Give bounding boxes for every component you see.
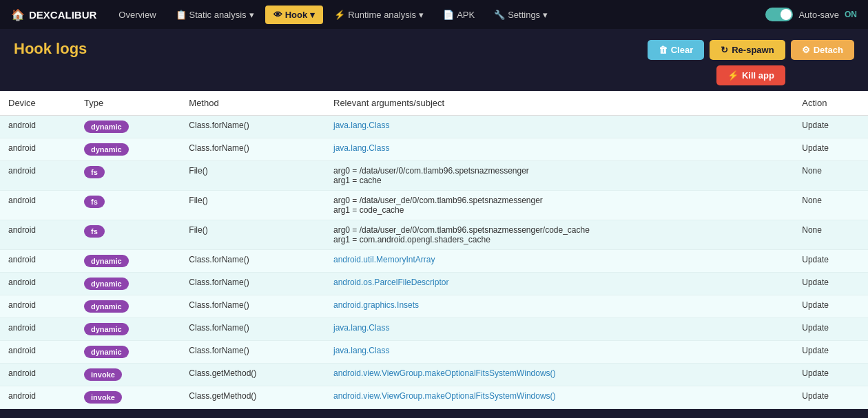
cell-action: Update [794, 273, 868, 295]
cell-action: Update [794, 116, 868, 138]
file-icon: 📄 [443, 10, 454, 20]
cell-device: android [0, 295, 76, 318]
cell-method: Class.forName() [180, 273, 325, 295]
cell-args[interactable]: android.view.ViewGroup.makeOptionalFitsS… [325, 386, 794, 409]
cell-type: dynamic [76, 116, 180, 138]
table-row: androidfsFile()arg0 = /data/user_de/0/co… [0, 220, 868, 250]
detach-icon: ⚙ [802, 45, 810, 55]
cell-action: Update [794, 295, 868, 318]
col-type: Type [76, 91, 180, 116]
static-dropdown-icon: ▾ [249, 10, 254, 20]
cell-type: invoke [76, 364, 180, 386]
page-header: Hook logs 🗑 Clear ↻ Re-spawn ⚙ Detach ⚡ … [0, 29, 868, 91]
nav-static-analysis[interactable]: 📋 Static analysis ▾ [167, 6, 262, 24]
detach-button[interactable]: ⚙ Detach [791, 40, 854, 60]
cell-action: Update [794, 364, 868, 386]
cell-device: android [0, 341, 76, 364]
cell-args[interactable]: android.graphics.Insets [325, 295, 794, 318]
cell-device: android [0, 116, 76, 138]
cell-method: Class.forName() [180, 116, 325, 138]
bolt-icon: ⚡ [334, 10, 345, 20]
cell-action: Update [794, 250, 868, 273]
cell-type: invoke [76, 386, 180, 409]
type-badge: dynamic [84, 323, 129, 335]
type-badge: dynamic [84, 346, 129, 358]
settings-dropdown-icon: ▾ [543, 10, 548, 20]
col-device: Device [0, 91, 76, 116]
table-row: androiddynamicClass.forName()android.gra… [0, 295, 868, 318]
cell-device: android [0, 318, 76, 341]
nav-overview[interactable]: Overview [110, 6, 164, 24]
cell-method: Class.forName() [180, 318, 325, 341]
cell-args[interactable]: android.os.ParcelFileDescriptor [325, 273, 794, 295]
cell-type: dynamic [76, 138, 180, 161]
cell-method: File() [180, 191, 325, 220]
bolt-kill-icon: ⚡ [727, 70, 738, 81]
nav-hook[interactable]: 👁 Hook ▾ [265, 6, 324, 24]
detach-label: Detach [814, 45, 843, 55]
hook-dropdown-icon: ▾ [310, 10, 315, 20]
type-badge: dynamic [84, 255, 129, 267]
cell-type: fs [76, 220, 180, 250]
autosave-on-label: ON [845, 10, 857, 19]
cell-args[interactable]: java.lang.Class [325, 138, 794, 161]
type-badge: invoke [84, 391, 122, 404]
nav-apk[interactable]: 📄 APK [435, 6, 483, 24]
table-row: androidfsFile()arg0 = /data/user/0/com.t… [0, 161, 868, 191]
cell-device: android [0, 364, 76, 386]
cell-action: None [794, 161, 868, 191]
cell-action: Update [794, 138, 868, 161]
cell-type: dynamic [76, 318, 180, 341]
cell-device: android [0, 386, 76, 409]
header-actions: 🗑 Clear ↻ Re-spawn ⚙ Detach ⚡ Kill app [648, 40, 854, 85]
table-row: androidinvokeClass.getMethod()android.vi… [0, 386, 868, 409]
cell-args[interactable]: java.lang.Class [325, 116, 794, 138]
nav-hook-label: Hook [285, 10, 308, 20]
layers-icon: 📋 [176, 10, 187, 20]
cell-args[interactable]: java.lang.Class [325, 318, 794, 341]
cell-method: File() [180, 220, 325, 250]
cell-args[interactable]: android.view.ViewGroup.makeOptionalFitsS… [325, 364, 794, 386]
refresh-icon: ↻ [721, 45, 728, 55]
clear-label: Clear [671, 45, 694, 55]
type-badge: dynamic [84, 300, 129, 313]
cell-method: Class.forName() [180, 295, 325, 318]
cell-action: Update [794, 341, 868, 364]
type-badge: dynamic [84, 143, 129, 156]
wrench-icon: 🔧 [494, 10, 505, 20]
clear-button[interactable]: 🗑 Clear [648, 40, 705, 60]
nav-overview-label: Overview [118, 10, 156, 20]
col-action: Action [794, 91, 868, 116]
cell-device: android [0, 138, 76, 161]
cell-type: dynamic [76, 295, 180, 318]
actions-row1: 🗑 Clear ↻ Re-spawn ⚙ Detach [648, 40, 854, 60]
type-badge: dynamic [84, 278, 129, 290]
type-badge: fs [84, 166, 105, 178]
cell-type: dynamic [76, 250, 180, 273]
respawn-button[interactable]: ↻ Re-spawn [710, 40, 785, 60]
cell-action: Update [794, 386, 868, 409]
kill-button[interactable]: ⚡ Kill app [716, 65, 785, 85]
cell-args: arg0 = /data/user_de/0/com.tlamb96.spets… [325, 191, 794, 220]
table-row: androidfsFile()arg0 = /data/user_de/0/co… [0, 191, 868, 220]
autosave-toggle[interactable] [765, 8, 793, 21]
autosave-container: Auto-save ON [765, 8, 857, 21]
type-badge: fs [84, 225, 105, 238]
brand[interactable]: 🏠 DEXCALIBUR [11, 8, 96, 21]
cell-type: dynamic [76, 341, 180, 364]
table-row: androiddynamicClass.forName()android.os.… [0, 273, 868, 295]
type-badge: invoke [84, 368, 122, 381]
table-row: androiddynamicClass.forName()android.uti… [0, 250, 868, 273]
kill-label: Kill app [742, 70, 774, 81]
table-row: androiddynamicClass.forName()java.lang.C… [0, 116, 868, 138]
nav-runtime[interactable]: ⚡ Runtime analysis ▾ [326, 6, 432, 24]
table-row: androidinvokeClass.getMethod()android.vi… [0, 364, 868, 386]
nav-settings[interactable]: 🔧 Settings ▾ [486, 6, 556, 24]
eye-icon: 👁 [273, 10, 282, 20]
hook-logs-table: Device Type Method Relevant arguments/su… [0, 91, 868, 409]
nav-settings-label: Settings [508, 10, 540, 20]
cell-device: android [0, 273, 76, 295]
cell-args[interactable]: android.util.MemoryIntArray [325, 250, 794, 273]
cell-args[interactable]: java.lang.Class [325, 341, 794, 364]
page-title: Hook logs [14, 40, 87, 58]
